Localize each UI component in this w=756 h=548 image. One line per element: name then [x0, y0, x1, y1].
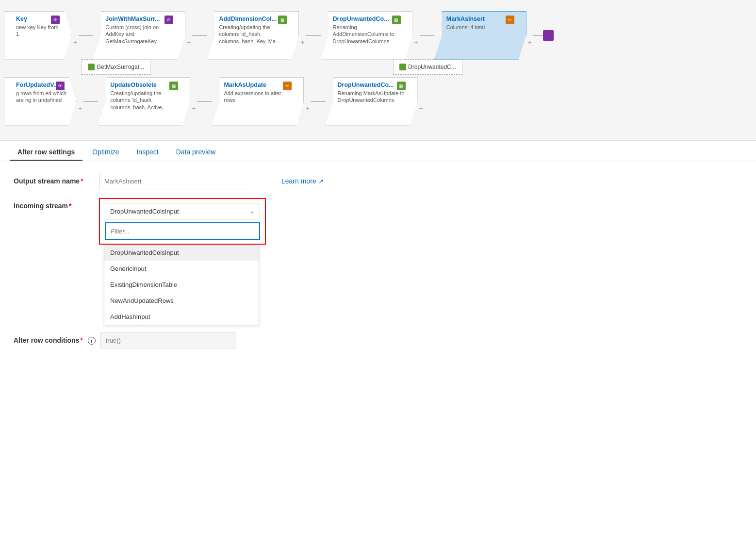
alter-row-label: Alter row conditions* i	[14, 336, 96, 345]
pipeline-top-row: ⟳ Key new key Key from 1 + ⟳ JoinWithMax…	[0, 5, 756, 66]
pipeline-step-updateobsolete[interactable]: ▦ UpdateObsolete Creating/updating the c…	[98, 77, 190, 126]
plus-5: +	[528, 38, 532, 46]
tabs-bar: Alter row settings Optimize Inspect Data…	[0, 141, 756, 161]
output-stream-row: Output stream name* Learn more ↗	[14, 173, 742, 189]
tab-data-preview[interactable]: Data preview	[168, 144, 224, 161]
dashed-label-2: DropUnwantedC...	[408, 64, 456, 70]
step-body-dropunwanted2: Renaming MarkAsUpdate to DropUnwantedCol…	[338, 90, 408, 104]
incoming-stream-dropdown-wrapper: DropUnwantedColsInput ⌄	[99, 198, 266, 245]
dashed-box-getmaxsurrogate[interactable]: GetMaxSurrogat...	[82, 59, 150, 75]
dropdown-item-0[interactable]: DropUnwantedColsInput	[104, 245, 259, 261]
incoming-stream-dropdown[interactable]: DropUnwantedColsInput ⌄	[105, 203, 260, 219]
step-icon-dropunwanted: ▦	[392, 16, 401, 24]
connector-2	[192, 35, 207, 36]
step-icon-key: ⟳	[51, 16, 60, 24]
connector-5	[533, 35, 543, 36]
step-icon-markasinsert: ✏	[506, 16, 514, 24]
plus-4: +	[414, 38, 418, 46]
bconnector-3	[311, 101, 326, 102]
step-body-join: Custom (cross) join on AddKey and GetMax…	[105, 24, 175, 46]
plus-b3: +	[305, 104, 309, 112]
pipeline-bottom-row: ⟳ ForUpdatedV... g rows from ed which ar…	[0, 71, 756, 132]
output-stream-label: Output stream name*	[14, 177, 91, 185]
pipeline-step-dropunwanted2[interactable]: ▦ DropUnwantedCo... Renaming MarkAsUpdat…	[326, 77, 418, 126]
plus-b1: +	[78, 104, 82, 112]
tab-inspect[interactable]: Inspect	[129, 144, 166, 161]
alter-row-conditions-row: Alter row conditions* i	[14, 332, 742, 349]
step-icon-markasupdate: ✏	[283, 82, 292, 90]
step-body-markasupdate: Add expressions to alter rows	[224, 90, 294, 104]
step-body-markasinsert: Columns: 4 total	[446, 24, 516, 31]
connector-4	[420, 35, 434, 36]
pipeline-step-key[interactable]: ⟳ Key new key Key from 1	[4, 11, 72, 60]
dashed-icon-1	[88, 64, 95, 70]
bconnector-1	[83, 101, 98, 102]
pipeline-step-markasinsert[interactable]: ✏ MarkAsInsert Columns: 4 total	[434, 11, 526, 60]
step-body-adddim: Creating/updating the columns 'id_hash, …	[219, 24, 289, 46]
pipeline-step-markasupdate[interactable]: ✏ MarkAsUpdate Add expressions to alter …	[212, 77, 304, 126]
step-body-key: new key Key from 1	[16, 24, 62, 38]
plus-b2: +	[192, 104, 196, 112]
plus-1: +	[73, 38, 77, 46]
step-body-dropunwanted: Renaming AddDimensionColumns to DropUnwa…	[333, 24, 403, 46]
tab-alter-row-settings[interactable]: Alter row settings	[10, 144, 82, 161]
filter-input-wrapper	[105, 222, 260, 240]
plus-3: +	[300, 38, 304, 46]
incoming-stream-container: DropUnwantedColsInput ⌄ DropUnwantedCols…	[99, 198, 266, 245]
learn-more-icon: ↗	[318, 178, 324, 185]
step-icon-join: ⟳	[164, 16, 173, 24]
dashed-icon-2	[399, 64, 406, 70]
dashed-label-1: GetMaxSurrogat...	[97, 64, 144, 70]
end-icon	[543, 30, 554, 41]
incoming-stream-label: Incoming stream*	[14, 198, 91, 210]
pipeline-step-forupdated[interactable]: ⟳ ForUpdatedV... g rows from ed which ar…	[4, 77, 77, 126]
dropdown-options-list: DropUnwantedColsInput GenericInput Exist…	[104, 245, 259, 325]
dropdown-item-2[interactable]: ExistingDimensionTable	[104, 277, 259, 293]
incoming-required-star: *	[69, 202, 71, 210]
settings-panel: Output stream name* Learn more ↗ Incomin…	[0, 161, 756, 365]
output-stream-input[interactable]	[99, 173, 254, 189]
step-icon-adddim: ▦	[278, 16, 287, 24]
alter-row-value-input[interactable]	[100, 332, 236, 349]
alter-required-star: *	[80, 336, 82, 344]
dropdown-item-1[interactable]: GenericInput	[104, 261, 259, 277]
step-icon-updateobsolete: ▦	[169, 82, 178, 90]
dropdown-item-4[interactable]: AddHashInput	[104, 309, 259, 325]
pipeline-area: ⟳ Key new key Key from 1 + ⟳ JoinWithMax…	[0, 0, 756, 141]
pipeline-step-join[interactable]: ⟳ JoinWithMaxSurr... Custom (cross) join…	[93, 11, 185, 60]
dashed-box-dropunwanted[interactable]: DropUnwantedC...	[393, 59, 462, 75]
plus-b4: +	[419, 104, 423, 112]
step-body-updateobsolete: Creating/updating the columns 'id_hash, …	[110, 90, 180, 112]
step-body-forupdated: g rows from ed which are ng in undefined	[16, 90, 66, 104]
filter-input[interactable]	[106, 223, 259, 239]
step-icon-forupdated: ⟳	[56, 82, 65, 90]
pipeline-step-adddim[interactable]: ▦ AddDimensionCol... Creating/updating t…	[207, 11, 299, 60]
chevron-down-icon: ⌄	[250, 208, 255, 215]
connector-3	[306, 35, 321, 36]
plus-2: +	[187, 38, 191, 46]
pipeline-step-dropunwanted[interactable]: ▦ DropUnwantedCo... Renaming AddDimensio…	[321, 11, 413, 60]
learn-more-link[interactable]: Learn more ↗	[281, 177, 324, 185]
dropdown-item-3[interactable]: NewAndUpdatedRows	[104, 293, 259, 309]
info-icon[interactable]: i	[88, 337, 96, 345]
output-required-star: *	[81, 177, 83, 185]
step-icon-dropunwanted2: ▦	[397, 82, 406, 90]
bconnector-2	[197, 101, 212, 102]
tab-optimize[interactable]: Optimize	[84, 144, 127, 161]
connector-1	[79, 35, 93, 36]
